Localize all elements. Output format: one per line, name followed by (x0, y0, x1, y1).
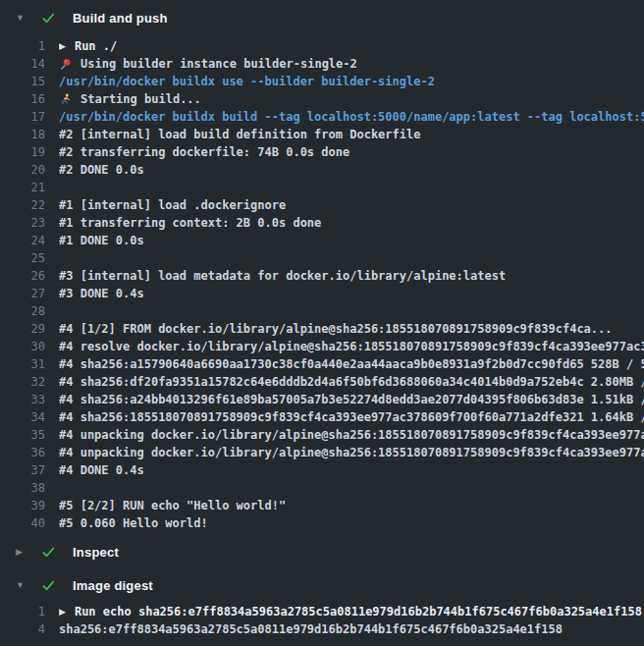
line-number[interactable]: 35 (0, 426, 45, 444)
log-group-toggle[interactable]: Run ./ (75, 37, 117, 55)
log-text: sha256:e7ff8834a5963a2785c5a0811e979d16b… (59, 620, 563, 638)
log-line-content: #2 transferring dockerfile: 74B 0.0s don… (59, 143, 644, 161)
log-line-content: #1 DONE 0.0s (59, 232, 644, 249)
log-group-toggle[interactable]: Run echo sha256:e7ff8834a5963a2785c5a081… (75, 603, 642, 620)
log-text: /usr/bin/docker buildx use --builder bui… (59, 73, 435, 90)
line-number[interactable]: 4 (0, 620, 45, 638)
line-number[interactable]: 36 (0, 444, 45, 461)
log-text: /usr/bin/docker buildx build --tag local… (59, 108, 644, 126)
log-line-content: /usr/bin/docker buildx build --tag local… (59, 108, 644, 126)
log-text: #4 sha256:a15790640a6690aa1730c38cf0a440… (59, 355, 644, 373)
section-label: Image digest (73, 578, 153, 593)
log-text: #5 0.060 Hello world! (59, 514, 208, 532)
log-line-content: #1 transferring context: 2B 0.0s done (59, 214, 644, 232)
log-line-content: #4 DONE 0.4s (59, 461, 644, 479)
check-icon (41, 544, 57, 560)
log-text: #4 DONE 0.4s (59, 461, 144, 479)
log-line: 34#4 sha256:185518070891758909c9f839cf4c… (0, 408, 644, 426)
line-number[interactable]: 34 (0, 408, 45, 426)
line-number[interactable]: 15 (0, 73, 45, 90)
line-number[interactable]: 27 (0, 285, 45, 302)
log-text: #2 transferring dockerfile: 74B 0.0s don… (59, 143, 349, 161)
log-line: 28 (0, 302, 644, 320)
line-number[interactable]: 1 (0, 37, 45, 55)
log-text: #1 DONE 0.0s (59, 232, 144, 249)
line-number[interactable]: 25 (0, 249, 45, 267)
section-inspect: ▶Inspect (0, 538, 644, 565)
line-number[interactable]: 38 (0, 479, 45, 497)
log-line: 1▶Run echo sha256:e7ff8834a5963a2785c5a0… (0, 603, 644, 620)
pushpin-icon (59, 57, 74, 71)
log-line: 37#4 DONE 0.4s (0, 461, 644, 479)
section-label: Build and push (73, 11, 168, 26)
log-text: #4 sha256:df20fa9351a15782c64e6dddb2d4a6… (59, 373, 644, 391)
log-text: #1 transferring context: 2B 0.0s done (59, 214, 321, 232)
log-line-content: #4 resolve docker.io/library/alpine@sha2… (59, 338, 644, 355)
section-header-build-and-push[interactable]: ▼Build and push (0, 4, 644, 31)
line-number[interactable]: 28 (0, 302, 45, 320)
log-text: #2 [internal] load build definition from… (59, 126, 420, 143)
log-line: 26#3 [internal] load metadata for docker… (0, 267, 644, 285)
play-triangle-icon[interactable]: ▶ (59, 37, 66, 55)
line-number[interactable]: 33 (0, 391, 45, 408)
line-number[interactable]: 20 (0, 161, 45, 179)
log-line-content: #4 [1/2] FROM docker.io/library/alpine@s… (59, 320, 644, 338)
log-line: 38 (0, 479, 644, 497)
line-number[interactable]: 1 (0, 603, 45, 620)
line-number[interactable]: 26 (0, 267, 45, 285)
line-number[interactable]: 16 (0, 90, 45, 108)
log-line-content: #4 sha256:185518070891758909c9f839cf4ca3… (59, 408, 644, 426)
log-line: 15/usr/bin/docker buildx use --builder b… (0, 73, 644, 90)
log-text: #4 [1/2] FROM docker.io/library/alpine@s… (59, 320, 613, 338)
log-line-content: #2 [internal] load build definition from… (59, 126, 644, 143)
log-line: 35#4 unpacking docker.io/library/alpine@… (0, 426, 644, 444)
log-line-content (59, 249, 644, 267)
log-text: #3 DONE 0.4s (59, 285, 144, 302)
play-triangle-icon[interactable]: ▶ (59, 603, 66, 620)
line-number[interactable]: 29 (0, 320, 45, 338)
line-number[interactable]: 24 (0, 232, 45, 249)
workflow-log-viewer: ▼Build and push1▶Run ./14Using builder i… (0, 4, 644, 638)
log-line-content: #4 unpacking docker.io/library/alpine@sh… (59, 426, 644, 444)
log-text: Using builder instance builder-single-2 (80, 55, 357, 73)
log-line: 31#4 sha256:a15790640a6690aa1730c38cf0a4… (0, 355, 644, 373)
log-line-content: ▶Run ./ (59, 37, 644, 55)
log-text: #1 [internal] load .dockerignore (59, 196, 286, 214)
line-number[interactable]: 17 (0, 108, 45, 126)
log-line: 1▶Run ./ (0, 37, 644, 55)
line-number[interactable]: 23 (0, 214, 45, 232)
log-line: 18#2 [internal] load build definition fr… (0, 126, 644, 143)
line-number[interactable]: 40 (0, 514, 45, 532)
line-number[interactable]: 18 (0, 126, 45, 143)
line-number[interactable]: 32 (0, 373, 45, 391)
log-line: 29#4 [1/2] FROM docker.io/library/alpine… (0, 320, 644, 338)
log-line: 33#4 sha256:a24bb4013296f61e89ba57005a7b… (0, 391, 644, 408)
line-number[interactable]: 31 (0, 355, 45, 373)
log-line: 39#5 [2/2] RUN echo "Hello world!" (0, 497, 644, 514)
chevron-right-icon[interactable]: ▶ (16, 538, 29, 565)
section-header-inspect[interactable]: ▶Inspect (0, 538, 644, 565)
section-log-image-digest: 1▶Run echo sha256:e7ff8834a5963a2785c5a0… (0, 599, 644, 638)
line-number[interactable]: 21 (0, 179, 45, 196)
line-number[interactable]: 14 (0, 55, 45, 73)
line-number[interactable]: 22 (0, 196, 45, 214)
log-line-content (59, 479, 644, 497)
line-number[interactable]: 19 (0, 143, 45, 161)
line-number[interactable]: 37 (0, 461, 45, 479)
log-text: #3 [internal] load metadata for docker.i… (59, 267, 506, 285)
line-number[interactable]: 39 (0, 497, 45, 514)
log-line-content: #4 sha256:a15790640a6690aa1730c38cf0a440… (59, 355, 644, 373)
chevron-down-icon[interactable]: ▼ (16, 571, 29, 599)
line-number[interactable]: 30 (0, 338, 45, 355)
section-header-image-digest[interactable]: ▼Image digest (0, 571, 644, 599)
chevron-down-icon[interactable]: ▼ (16, 4, 29, 31)
log-text: #4 sha256:185518070891758909c9f839cf4ca3… (59, 408, 644, 426)
log-line: 16Starting build... (0, 90, 644, 108)
log-line-content: Starting build... (59, 90, 644, 108)
log-text: #5 [2/2] RUN echo "Hello world!" (59, 497, 286, 514)
log-line: 4sha256:e7ff8834a5963a2785c5a0811e979d16… (0, 620, 644, 638)
log-line-content: sha256:e7ff8834a5963a2785c5a0811e979d16b… (59, 620, 644, 638)
log-text: #4 unpacking docker.io/library/alpine@sh… (59, 426, 644, 444)
log-line-content: #5 0.060 Hello world! (59, 514, 644, 532)
log-line: 24#1 DONE 0.0s (0, 232, 644, 249)
